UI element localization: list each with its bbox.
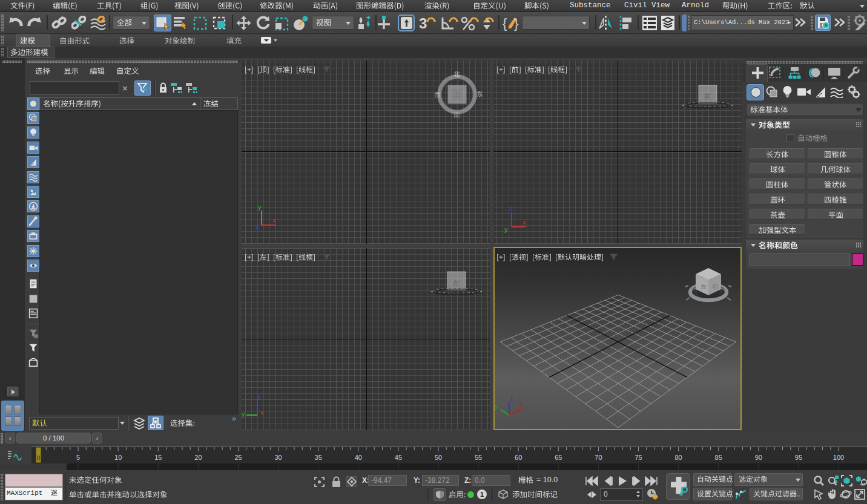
svg-text:y: y — [495, 402, 498, 410]
svg-text:z: z — [510, 394, 513, 402]
svg-text:x: x — [523, 218, 526, 226]
svg-text:y: y — [242, 410, 245, 417]
svg-text:z: z — [257, 393, 261, 401]
svg-text:x: x — [260, 409, 264, 416]
svg-text:y: y — [504, 226, 508, 233]
svg-text:x: x — [519, 401, 523, 408]
svg-text:y: y — [258, 203, 262, 211]
svg-text:x: x — [272, 217, 276, 224]
svg-text:z: z — [510, 205, 513, 212]
svg-text:z: z — [255, 223, 259, 230]
